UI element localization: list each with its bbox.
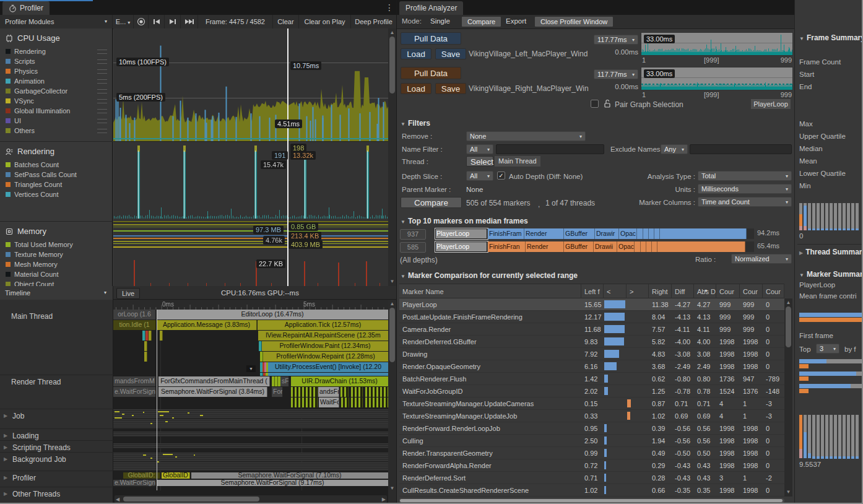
top10-segment[interactable]: Opac [617,241,635,252]
expander-icon[interactable]: ▶ [4,445,7,450]
timeline-span[interactable]: EditorLoop (16.47ms) [157,310,388,319]
thread-select-button[interactable]: Select [466,156,493,167]
timeline-span[interactable]: sFr [280,376,289,386]
top10-segment[interactable] [652,241,657,252]
current-frame-button[interactable] [181,15,198,28]
timeline-span[interactable] [291,398,318,407]
timeline-span[interactable]: andsFrom [318,387,339,397]
live-button[interactable]: Live [116,288,140,299]
timeline-span[interactable]: ForGfxCommandsFromMainThread ( [158,376,270,386]
timeline-span[interactable]: e.WaitForSigna [113,387,156,397]
timeline-span[interactable]: Application.Tick (12.57ms) [258,320,388,330]
profiler-modules-dropdown[interactable]: Profiler Modules ▾ [0,15,113,28]
pair-graph-selection-label[interactable]: Pair Graph Selection [615,100,683,109]
module-cpu-usage-header[interactable]: CPU Usage [0,28,112,46]
legend-item[interactable]: Material Count [0,269,112,279]
top10-segment[interactable] [637,228,643,239]
save-right-button[interactable]: Save [435,83,466,94]
timeline-vscrollbar[interactable]: ▲ ▼ [388,300,396,504]
filters-header[interactable]: ▼Filters [401,119,430,128]
comparison-vscrollbar[interactable]: ▲ ▼ [784,298,792,497]
legend-item[interactable]: Physics [0,66,112,76]
drag-handle-icon[interactable] [97,129,107,133]
charts-scrollbar-thumb[interactable] [389,37,395,93]
top10-segment[interactable]: Opac [619,228,637,239]
thread-group-other-threads[interactable]: ▶Other Threads [0,487,113,504]
analysis-type-dropdown[interactable]: Total▾ [698,171,792,181]
cpu-usage-chart[interactable] [113,28,388,141]
range-dropdown-right[interactable]: 117.77ms▾ [594,69,638,79]
top10-segment[interactable]: Drawii [594,241,617,252]
module-rendering-header[interactable]: Rendering [0,142,112,160]
tab-profiler[interactable]: Profiler [2,1,50,15]
top10-segment[interactable] [649,228,654,239]
scroll-up-icon[interactable]: ▲ [388,301,396,306]
comparison-hscrollbar-thumb[interactable] [400,499,783,502]
scroll-up-icon[interactable]: ▲ [388,30,396,35]
top10-segment[interactable]: Render [526,241,564,252]
pull-data-right-button[interactable]: Pull Data [401,67,461,79]
pull-data-left-button[interactable]: Pull Data [401,32,461,45]
table-row[interactable]: BatchRenderer.Flush1.420.62-0.800.801736… [399,373,784,385]
median-frame-right-button[interactable]: 585 [400,242,426,253]
legend-item[interactable]: UI [0,116,112,126]
drag-handle-icon[interactable] [97,69,107,74]
compare-button[interactable]: Compare [401,197,462,208]
median-frame-left-button[interactable]: 937 [400,229,426,240]
top10-segment[interactable] [635,241,641,252]
scroll-up-icon[interactable]: ▲ [784,300,792,305]
column-header[interactable]: Cour [716,284,740,299]
timeline-vscrollbar-thumb[interactable] [389,308,395,362]
drag-handle-icon[interactable] [97,59,107,64]
editor-target-dropdown[interactable]: E... ▾ [113,15,134,28]
auto-depth-checkbox[interactable]: ✓ [497,172,505,180]
thread-summary-header[interactable]: ▶Thread Summar [799,248,862,256]
timeline-span[interactable]: lView.RepaintAll.RepaintScene (12.35m [258,331,388,341]
scroll-right-icon[interactable]: ▶ [382,497,386,502]
frame-graph-right[interactable]: 33.00ms [641,67,793,90]
column-header[interactable]: < [604,284,627,299]
exclude-names-input[interactable] [690,144,792,154]
exclude-mode-dropdown[interactable]: Any▾ [661,144,688,154]
table-row[interactable]: RenderDeferred.GBuffer9.835.82-4.004.001… [399,336,784,348]
mode-single-button[interactable]: Single [430,17,450,25]
top10-bar-right[interactable]: PlayerLoopFinishFranRenderGBufferDrawiiO… [435,241,754,252]
top10-segment[interactable]: PlayerLoop [435,241,488,252]
drag-handle-icon[interactable] [97,119,107,123]
top10-segment[interactable]: GBuffer [564,228,595,239]
timeline-span[interactable] [160,331,163,341]
legend-item[interactable]: GarbageCollector [0,86,112,96]
prev-frame-button[interactable] [149,15,165,28]
table-row[interactable]: Culling2.501.94-0.560.56199819980 [399,435,784,447]
drag-handle-icon[interactable] [97,50,107,54]
scroll-down-icon[interactable]: ▼ [784,489,792,495]
table-row[interactable]: RenderForward.RenderLoopJob0.950.39-0.56… [399,422,784,435]
timeline-span[interactable]: tion.Idle (1 [113,320,156,330]
ratio-dropdown[interactable]: Normalized▾ [731,254,792,264]
timeline-span[interactable]: ProfilerWindow.Paint (12.34ms) [262,341,388,351]
marker-columns-dropdown[interactable]: Time and Count▾ [698,197,792,207]
column-header[interactable]: Abs D▼ [694,284,716,299]
charts-scrollbar[interactable]: ▲ ▼ [388,28,396,286]
timeline-span[interactable] [340,387,349,397]
column-header[interactable]: Right [649,284,672,299]
legend-item[interactable]: Rendering [0,46,112,56]
timeline-span[interactable]: e.WaitForSigna [113,480,156,486]
range-dropdown-left[interactable]: 117.77ms▾ [594,35,638,45]
scroll-down-icon[interactable]: ▼ [388,279,396,284]
clear-button[interactable]: Clear [273,15,299,28]
thread-group-scripting-threads[interactable]: ▶Scripting Threads [0,441,113,453]
timeline-span[interactable]: Application.Message (3.83ms) [157,320,257,330]
timeline-span[interactable]: Semaphore.WaitForSignal (9.17ms) [157,480,388,486]
legend-item[interactable]: Batches Count [0,160,112,170]
legend-item[interactable]: VSync [0,96,112,106]
top10-segment[interactable]: Drawir [595,228,619,239]
top10-segment[interactable] [660,228,747,239]
top10-segment[interactable] [646,241,652,252]
top10-segment[interactable]: FinishFram [488,228,524,239]
column-header[interactable]: Cour [763,284,784,299]
load-right-button[interactable]: Load [401,83,432,94]
rendering-chart[interactable] [113,141,388,222]
column-header[interactable]: Diff [672,284,694,299]
expand-row-icon[interactable]: ▼ [246,365,256,372]
